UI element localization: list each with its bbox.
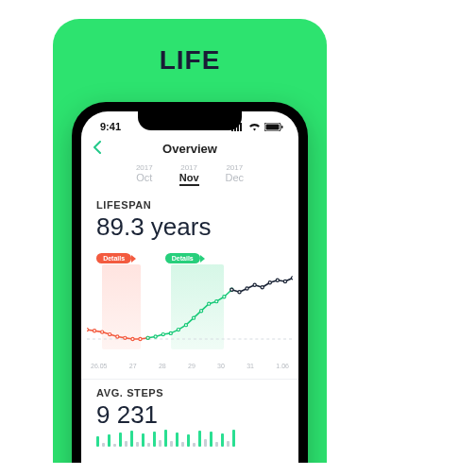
svg-point-19 — [169, 331, 172, 334]
steps-label: AVG. STEPS — [96, 387, 283, 399]
step-bar — [136, 442, 139, 447]
month-next[interactable]: 2017 Dec — [226, 163, 245, 186]
svg-point-31 — [253, 283, 256, 286]
x-tick: 29 — [188, 363, 196, 369]
step-bar — [96, 436, 99, 447]
page-title: Overview — [162, 142, 217, 156]
step-bar — [164, 430, 167, 447]
step-bar — [102, 443, 105, 447]
x-tick: 27 — [129, 363, 137, 369]
x-tick: 28 — [159, 363, 166, 369]
x-tick: 31 — [246, 363, 254, 369]
svg-rect-3 — [240, 123, 242, 131]
svg-point-21 — [184, 324, 187, 327]
step-bar — [204, 439, 207, 447]
step-bar — [125, 441, 128, 447]
step-bar — [176, 433, 178, 447]
steps-chart — [81, 430, 298, 447]
svg-point-29 — [238, 291, 241, 294]
svg-point-32 — [261, 286, 264, 289]
svg-point-34 — [276, 279, 279, 281]
svg-point-33 — [268, 281, 271, 284]
step-bar — [187, 434, 190, 447]
step-bar — [142, 433, 144, 447]
svg-point-22 — [192, 316, 195, 319]
step-bar — [215, 442, 218, 447]
svg-point-36 — [291, 277, 293, 280]
lifespan-label: LIFESPAN — [96, 199, 283, 211]
svg-point-18 — [162, 332, 164, 335]
step-bar — [181, 442, 184, 447]
phone-frame: 9:41 Overview 2017 Oct 20 — [72, 102, 308, 463]
phone-screen: 9:41 Overview 2017 Oct 20 — [81, 111, 298, 463]
step-bar — [153, 432, 156, 447]
notch — [138, 111, 242, 130]
step-bar — [221, 433, 224, 447]
battery-icon — [264, 123, 283, 131]
step-bar — [198, 431, 201, 447]
step-bar — [170, 441, 173, 447]
svg-point-17 — [154, 335, 157, 338]
svg-point-30 — [246, 287, 248, 290]
step-bar — [147, 443, 150, 447]
status-time: 9:41 — [100, 121, 121, 132]
month-selector[interactable]: 2017 Oct 2017 Nov 2017 Dec — [81, 160, 298, 192]
svg-rect-6 — [281, 126, 283, 128]
svg-rect-5 — [266, 124, 280, 129]
lifespan-line-svg — [87, 249, 293, 360]
lifespan-value: 89.3 years — [96, 212, 283, 242]
svg-point-9 — [101, 331, 104, 333]
svg-point-16 — [146, 336, 149, 339]
steps-value: 9 231 — [96, 400, 283, 430]
svg-point-14 — [139, 337, 142, 340]
step-bar — [232, 430, 235, 447]
wifi-icon — [248, 123, 261, 131]
brand-logo: LIFE — [53, 45, 327, 76]
chevron-left-icon — [93, 141, 104, 154]
svg-point-10 — [109, 332, 111, 335]
lifespan-x-axis: 26.0527282930311.06 — [81, 361, 298, 369]
lifespan-section: LIFESPAN 89.3 years — [81, 192, 298, 242]
month-prev[interactable]: 2017 Oct — [136, 163, 153, 186]
svg-point-7 — [87, 329, 89, 331]
svg-point-28 — [230, 288, 233, 291]
svg-point-35 — [283, 280, 286, 282]
svg-point-13 — [131, 337, 134, 340]
svg-point-8 — [93, 330, 95, 332]
steps-section: AVG. STEPS 9 231 — [81, 380, 298, 430]
promo-card: LIFE 9:41 Overview 2017 — [53, 19, 327, 463]
step-bar — [193, 443, 196, 447]
svg-point-11 — [116, 335, 119, 338]
step-bar — [119, 433, 122, 447]
step-bar — [108, 434, 110, 447]
x-tick: 26.05 — [91, 363, 108, 369]
step-bar — [210, 432, 212, 447]
step-bar — [159, 440, 162, 447]
svg-point-23 — [199, 310, 202, 313]
svg-point-26 — [223, 296, 226, 298]
svg-point-20 — [177, 329, 179, 331]
month-current[interactable]: 2017 Nov — [179, 163, 199, 186]
svg-point-12 — [124, 336, 127, 339]
nav-header: Overview — [81, 136, 298, 160]
step-bar — [113, 444, 116, 447]
step-bar — [130, 431, 133, 447]
svg-point-24 — [208, 302, 211, 305]
back-button[interactable] — [93, 141, 104, 158]
lifespan-chart: Details Details — [87, 249, 293, 361]
x-tick: 30 — [217, 363, 225, 369]
step-bar — [227, 441, 230, 447]
svg-point-25 — [215, 300, 218, 303]
x-tick: 1.06 — [276, 363, 289, 369]
